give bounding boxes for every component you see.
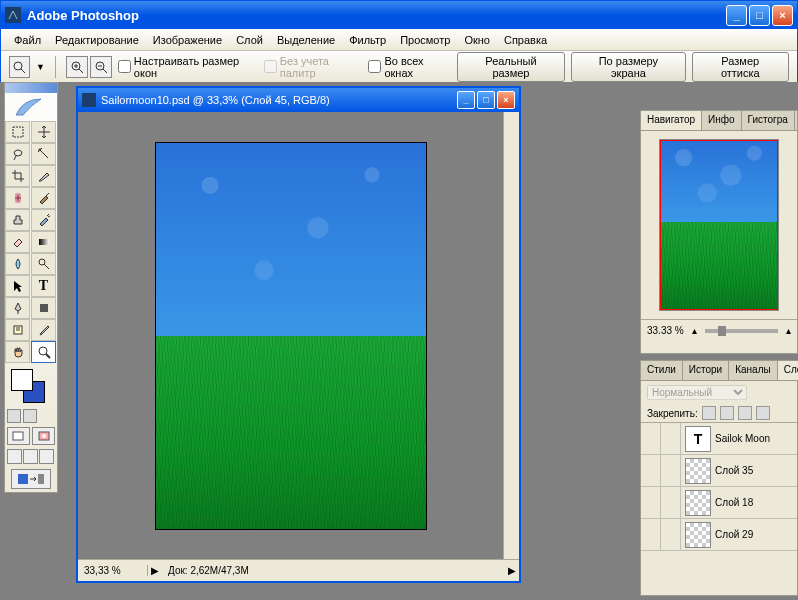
color-swatches[interactable]: [9, 367, 53, 403]
layer-name[interactable]: Sailok Moon: [715, 433, 797, 444]
tab-history[interactable]: Истори: [683, 361, 729, 380]
vertical-scrollbar[interactable]: [503, 112, 519, 559]
menu-edit[interactable]: Редактирование: [48, 32, 146, 48]
gradient-tool[interactable]: [31, 231, 56, 253]
close-button[interactable]: ×: [772, 5, 793, 26]
blend-mode-select[interactable]: Нормальный: [647, 385, 747, 400]
wand-tool[interactable]: [31, 143, 56, 165]
layer-visibility-icon[interactable]: [641, 519, 661, 550]
screen-mode-full[interactable]: [39, 449, 54, 464]
screen-mode-full-menubar[interactable]: [23, 449, 38, 464]
navigator-zoom-in-icon[interactable]: ▴: [786, 325, 791, 336]
document-titlebar[interactable]: Sailormoon10.psd @ 33,3% (Слой 45, RGB/8…: [78, 88, 519, 112]
shape-tool[interactable]: [31, 297, 56, 319]
tab-channels[interactable]: Каналы: [729, 361, 778, 380]
maximize-button[interactable]: □: [749, 5, 770, 26]
tab-styles[interactable]: Стили: [641, 361, 683, 380]
move-tool[interactable]: [31, 121, 56, 143]
menu-filter[interactable]: Фильтр: [342, 32, 393, 48]
statusbar-arrow-icon[interactable]: ▶: [505, 565, 519, 576]
tab-layers[interactable]: Слои: [778, 361, 798, 380]
canvas-area[interactable]: [78, 112, 503, 559]
layer-link-cell[interactable]: [661, 455, 681, 486]
minimize-button[interactable]: _: [726, 5, 747, 26]
hand-tool[interactable]: [5, 341, 30, 363]
swap-colors-icon[interactable]: [23, 409, 37, 423]
type-tool[interactable]: T: [31, 275, 56, 297]
lock-all-icon[interactable]: [756, 406, 770, 420]
menu-file[interactable]: Файл: [7, 32, 48, 48]
menu-layer[interactable]: Слой: [229, 32, 270, 48]
menu-help[interactable]: Справка: [497, 32, 554, 48]
layer-visibility-icon[interactable]: [641, 423, 661, 454]
navigator-zoom-out-icon[interactable]: ▴: [692, 325, 697, 336]
layer-visibility-icon[interactable]: [641, 455, 661, 486]
screen-mode-standard[interactable]: [7, 449, 22, 464]
tab-navigator[interactable]: Навигатор: [641, 111, 702, 130]
brush-tool[interactable]: [31, 187, 56, 209]
navigator-view-box[interactable]: [660, 140, 778, 310]
current-tool-indicator[interactable]: [9, 56, 30, 78]
doc-maximize-button[interactable]: □: [477, 91, 495, 109]
doc-minimize-button[interactable]: _: [457, 91, 475, 109]
canvas[interactable]: [155, 142, 427, 530]
tab-histogram[interactable]: Гистогра: [742, 111, 795, 130]
fit-screen-button[interactable]: По размеру экрана: [571, 52, 685, 82]
slice-tool[interactable]: [31, 165, 56, 187]
layer-link-cell[interactable]: [661, 487, 681, 518]
menu-window[interactable]: Окно: [457, 32, 497, 48]
lock-pixels-icon[interactable]: [720, 406, 734, 420]
eyedropper-tool[interactable]: [31, 319, 56, 341]
navigator-zoom-value[interactable]: 33.33 %: [647, 325, 684, 336]
layer-link-cell[interactable]: [661, 519, 681, 550]
stamp-tool[interactable]: [5, 209, 30, 231]
tool-dropdown-icon[interactable]: ▼: [36, 62, 45, 72]
actual-size-button[interactable]: Реальный размер: [457, 52, 566, 82]
all-windows-checkbox[interactable]: Во всех окнах: [368, 55, 450, 79]
default-colors-icon[interactable]: [7, 409, 21, 423]
lock-transparency-icon[interactable]: [702, 406, 716, 420]
history-brush-tool[interactable]: [31, 209, 56, 231]
blur-tool[interactable]: [5, 253, 30, 275]
layer-thumbnail[interactable]: [685, 522, 711, 548]
layer-row[interactable]: Слой 18: [641, 487, 797, 519]
print-size-button[interactable]: Размер оттиска: [692, 52, 789, 82]
layer-row[interactable]: T Sailok Moon: [641, 423, 797, 455]
standard-mode-icon[interactable]: [7, 427, 30, 445]
dodge-tool[interactable]: [31, 253, 56, 275]
menu-view[interactable]: Просмотр: [393, 32, 457, 48]
doc-close-button[interactable]: ×: [497, 91, 515, 109]
layer-link-cell[interactable]: [661, 423, 681, 454]
statusbar-menu-icon[interactable]: ▶: [148, 565, 162, 576]
navigator-zoom-slider[interactable]: [705, 329, 778, 333]
layer-visibility-icon[interactable]: [641, 487, 661, 518]
marquee-tool[interactable]: [5, 121, 30, 143]
notes-tool[interactable]: [5, 319, 30, 341]
navigator-preview[interactable]: [659, 139, 779, 311]
pen-tool[interactable]: [5, 297, 30, 319]
layer-thumbnail[interactable]: [685, 458, 711, 484]
zoom-in-icon[interactable]: [66, 56, 88, 78]
menu-image[interactable]: Изображение: [146, 32, 229, 48]
lasso-tool[interactable]: [5, 143, 30, 165]
layer-thumbnail[interactable]: T: [685, 426, 711, 452]
jump-to-imageready[interactable]: [11, 469, 51, 489]
layer-name[interactable]: Слой 29: [715, 529, 797, 540]
layer-row[interactable]: Слой 29: [641, 519, 797, 551]
healing-tool[interactable]: [5, 187, 30, 209]
toolbox-grip[interactable]: [5, 83, 57, 93]
eraser-tool[interactable]: [5, 231, 30, 253]
foreground-color[interactable]: [11, 369, 33, 391]
layer-name[interactable]: Слой 35: [715, 465, 797, 476]
crop-tool[interactable]: [5, 165, 30, 187]
zoom-tool[interactable]: [31, 341, 56, 363]
resize-windows-checkbox[interactable]: Настраивать размер окон: [118, 55, 258, 79]
quickmask-mode-icon[interactable]: [32, 427, 55, 445]
zoom-out-icon[interactable]: [90, 56, 112, 78]
menu-select[interactable]: Выделение: [270, 32, 342, 48]
layer-row[interactable]: Слой 35: [641, 455, 797, 487]
path-select-tool[interactable]: [5, 275, 30, 297]
layer-name[interactable]: Слой 18: [715, 497, 797, 508]
lock-position-icon[interactable]: [738, 406, 752, 420]
layer-thumbnail[interactable]: [685, 490, 711, 516]
